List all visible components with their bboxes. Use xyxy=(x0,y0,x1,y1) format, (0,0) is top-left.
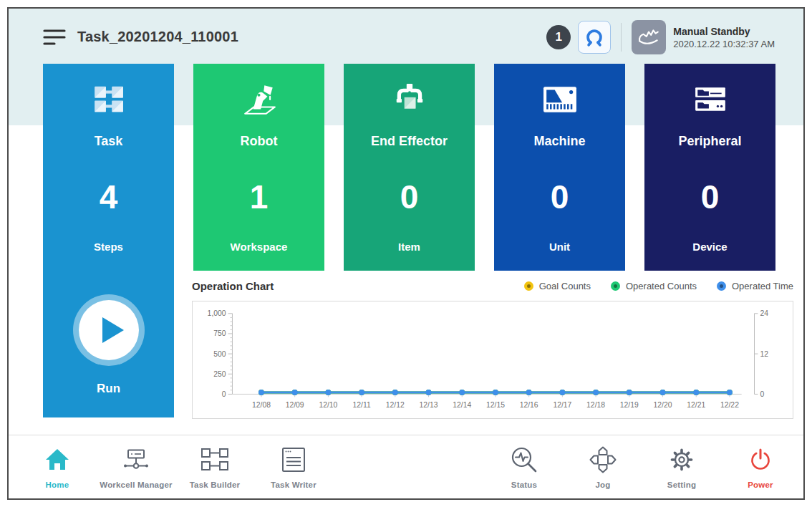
home-icon xyxy=(45,445,69,474)
machine-icon xyxy=(543,81,577,118)
svg-text:12/18: 12/18 xyxy=(586,401,605,409)
play-icon xyxy=(79,300,139,360)
notification-badge[interactable]: 1 xyxy=(546,25,571,49)
jog-dpad-icon xyxy=(589,445,617,474)
task-builder-icon xyxy=(200,445,230,474)
task-writer-icon xyxy=(281,445,306,474)
nav-workcell-manager[interactable]: Workcell Manager xyxy=(97,435,175,498)
svg-text:1,000: 1,000 xyxy=(208,309,226,317)
svg-text:12/10: 12/10 xyxy=(319,401,337,409)
svg-text:12/12: 12/12 xyxy=(386,401,405,409)
goal-counts-dot-icon xyxy=(524,281,533,291)
legend-label: Operated Counts xyxy=(626,281,697,291)
svg-text:12/14: 12/14 xyxy=(453,401,471,409)
card-label: Peripheral xyxy=(678,134,741,149)
task-blocks-icon xyxy=(92,81,125,118)
svg-text:12/22: 12/22 xyxy=(720,401,739,409)
card-label: Robot xyxy=(241,134,278,149)
manual-mode-button[interactable] xyxy=(632,20,666,54)
gripper-icon xyxy=(394,81,425,118)
nav-power[interactable]: Power xyxy=(721,435,800,498)
peripheral-rack-icon xyxy=(693,81,728,118)
nav-task-writer[interactable]: Task Writer xyxy=(254,435,333,498)
card-value: 1 xyxy=(250,178,269,216)
card-value: 0 xyxy=(400,178,419,216)
bottom-navigation: Home xyxy=(9,435,803,498)
end-effector-card[interactable]: End Effector 0 Item xyxy=(344,64,475,271)
card-unit: Steps xyxy=(94,241,123,253)
setting-gear-icon xyxy=(667,445,696,474)
svg-text:12/15: 12/15 xyxy=(486,401,505,409)
task-card[interactable]: Task 4 Steps Run xyxy=(43,64,174,417)
card-value: 0 xyxy=(701,178,720,216)
legend-label: Operated Time xyxy=(732,281,793,291)
card-label: End Effector xyxy=(371,134,448,149)
svg-text:250: 250 xyxy=(213,370,226,378)
operated-counts-dot-icon xyxy=(611,281,620,291)
run-label: Run xyxy=(97,382,120,396)
status-magnifier-icon xyxy=(511,445,538,474)
hamburger-menu-icon[interactable] xyxy=(43,28,66,47)
legend-label: Goal Counts xyxy=(539,281,591,291)
manual-mode-hand-icon xyxy=(637,25,661,49)
robot-card[interactable]: Robot 1 Workspace xyxy=(193,64,324,271)
nav-jog[interactable]: Jog xyxy=(564,435,642,498)
svg-text:12/09: 12/09 xyxy=(286,401,304,409)
nav-label: Jog xyxy=(595,481,610,489)
card-label: Task xyxy=(95,134,123,149)
run-button[interactable]: Run xyxy=(79,300,139,396)
nav-label: Task Builder xyxy=(190,481,241,489)
nav-label: Setting xyxy=(667,481,696,489)
card-value: 0 xyxy=(551,178,569,216)
header-divider xyxy=(621,23,622,52)
card-unit: Workspace xyxy=(231,241,288,253)
nav-label: Status xyxy=(511,481,537,489)
power-icon xyxy=(748,445,773,474)
svg-text:12/19: 12/19 xyxy=(620,401,639,409)
workcell-manager-icon xyxy=(120,445,152,474)
legend-operated-time[interactable]: Operated Time xyxy=(717,281,793,291)
nav-label: Task Writer xyxy=(271,481,316,489)
operation-chart-canvas: 02505007501,00012/0812/0912/1012/1112/12… xyxy=(193,301,793,418)
svg-text:12/11: 12/11 xyxy=(353,401,371,409)
card-label: Machine xyxy=(533,134,585,149)
recovery-button[interactable] xyxy=(578,21,611,54)
chart-title: Operation Chart xyxy=(192,280,274,292)
robot-mode-status: Manual Standby 2020.12.22 10:32:37 AM xyxy=(673,26,775,49)
svg-text:500: 500 xyxy=(213,350,226,358)
svg-text:0: 0 xyxy=(760,390,764,398)
svg-text:12/13: 12/13 xyxy=(420,401,438,409)
svg-text:12/17: 12/17 xyxy=(553,401,571,409)
legend-operated-counts[interactable]: Operated Counts xyxy=(611,281,697,291)
svg-text:12: 12 xyxy=(760,350,768,358)
card-unit: Item xyxy=(398,241,420,253)
recovery-gripper-icon xyxy=(584,26,605,48)
nav-home[interactable]: Home xyxy=(18,435,97,498)
nav-label: Home xyxy=(46,481,69,489)
nav-setting[interactable]: Setting xyxy=(642,435,721,498)
svg-text:750: 750 xyxy=(213,329,226,337)
page-title: Task_20201204_110001 xyxy=(77,29,238,45)
legend-goal-counts[interactable]: Goal Counts xyxy=(524,281,591,291)
mode-timestamp: 2020.12.22 10:32:37 AM xyxy=(673,39,775,49)
machine-card[interactable]: Machine 0 Unit xyxy=(494,64,625,271)
robot-arm-icon xyxy=(241,81,277,118)
mode-label: Manual Standby xyxy=(673,26,775,37)
card-value: 4 xyxy=(100,178,118,216)
svg-text:0: 0 xyxy=(222,390,226,398)
svg-text:24: 24 xyxy=(760,309,768,317)
card-unit: Unit xyxy=(549,241,570,253)
chart-legend: Goal Counts Operated Counts Operated Tim… xyxy=(524,281,793,291)
nav-label: Power xyxy=(748,481,773,489)
svg-text:12/08: 12/08 xyxy=(252,401,271,409)
svg-text:12/16: 12/16 xyxy=(520,401,538,409)
svg-text:12/21: 12/21 xyxy=(687,401,705,409)
peripheral-card[interactable]: Peripheral 0 Device xyxy=(644,64,775,271)
operation-chart: 02505007501,00012/0812/0912/1012/1112/12… xyxy=(192,301,793,419)
header-right-group: 1 Manual Standby 2020.12.22 10:32:37 AM xyxy=(546,20,775,54)
nav-status[interactable]: Status xyxy=(485,435,564,498)
nav-label: Workcell Manager xyxy=(100,481,172,489)
nav-task-builder[interactable]: Task Builder xyxy=(175,435,254,498)
operated-time-dot-icon xyxy=(717,281,726,291)
card-unit: Device xyxy=(692,241,727,253)
